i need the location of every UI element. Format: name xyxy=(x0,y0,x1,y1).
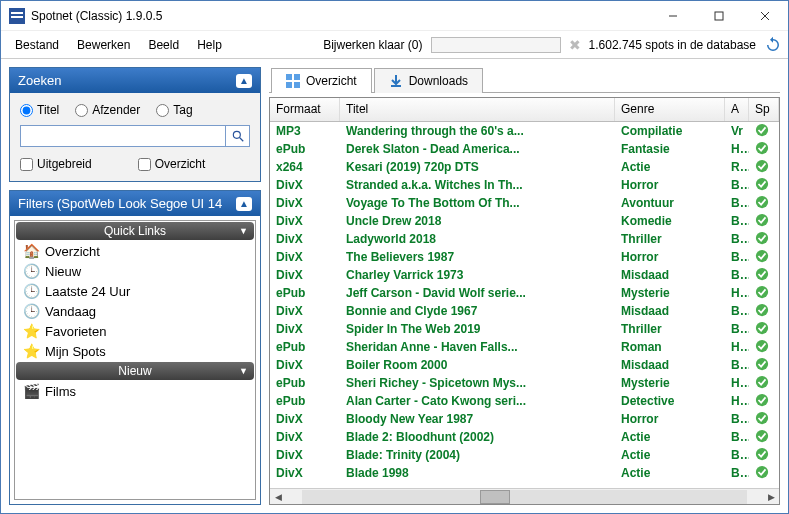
table-row[interactable]: DivXBlade 1998ActieBo xyxy=(270,464,779,482)
table-row[interactable]: DivXSpider In The Web 2019ThrillerBo xyxy=(270,320,779,338)
scroll-right-icon[interactable]: ▶ xyxy=(763,492,779,502)
cancel-icon[interactable]: ✖ xyxy=(569,37,581,53)
cell-format: DivX xyxy=(270,213,340,229)
cell-genre: Fantasie xyxy=(615,141,725,157)
table-row[interactable]: x264Kesari (2019) 720p DTSActieRo xyxy=(270,158,779,176)
close-button[interactable] xyxy=(742,1,788,31)
col-header-a[interactable]: A xyxy=(725,98,749,121)
cell-a: Bo xyxy=(725,303,749,319)
table-row[interactable]: DivXThe Believers 1987HorrorBo xyxy=(270,248,779,266)
table-row[interactable]: ePubSheridan Anne - Haven Falls...RomanH… xyxy=(270,338,779,356)
cell-a: Bo xyxy=(725,357,749,373)
table-row[interactable]: ePubSheri Richey - Spicetown Mys...Myste… xyxy=(270,374,779,392)
cell-a: Bo xyxy=(725,195,749,211)
radio-tag[interactable]: Tag xyxy=(156,103,192,117)
refresh-icon[interactable] xyxy=(764,36,782,54)
scroll-track[interactable] xyxy=(302,490,747,504)
search-button[interactable] xyxy=(226,125,250,147)
table-row[interactable]: MP3Wandering through the 60's a...Compil… xyxy=(270,122,779,140)
table-row[interactable]: DivXLadyworld 2018ThrillerBo xyxy=(270,230,779,248)
table-row[interactable]: ePubAlan Carter - Cato Kwong seri...Dete… xyxy=(270,392,779,410)
table-row[interactable]: DivXUncle Drew 2018KomedieBo xyxy=(270,212,779,230)
menu-bestand[interactable]: Bestand xyxy=(7,34,67,56)
filter-item[interactable]: ⭐Favorieten xyxy=(15,321,255,341)
section-quicklinks[interactable]: Quick Links▼ xyxy=(16,222,254,240)
tab-downloads[interactable]: Downloads xyxy=(374,68,483,93)
cell-format: DivX xyxy=(270,357,340,373)
horizontal-scrollbar[interactable]: ◀ ▶ xyxy=(270,488,779,504)
filter-item[interactable]: 🎬Films xyxy=(15,381,255,401)
cell-title: Uncle Drew 2018 xyxy=(340,213,615,229)
svg-point-13 xyxy=(756,123,768,135)
cell-sp-check xyxy=(749,302,779,321)
svg-point-31 xyxy=(756,447,768,459)
filter-item[interactable]: ⭐Mijn Spots xyxy=(15,341,255,361)
cell-title: Blade 1998 xyxy=(340,465,615,481)
cell-a: Bo xyxy=(725,411,749,427)
col-header-genre[interactable]: Genre xyxy=(615,98,725,121)
cell-sp-check xyxy=(749,392,779,411)
cell-sp-check xyxy=(749,158,779,177)
window-title: Spotnet (Classic) 1.9.0.5 xyxy=(31,9,650,23)
table-row[interactable]: DivXBlade 2: Bloodhunt (2002)ActieBo xyxy=(270,428,779,446)
table-row[interactable]: DivXVoyage To The Bottom Of Th...Avontuu… xyxy=(270,194,779,212)
cell-genre: Avontuur xyxy=(615,195,725,211)
scroll-left-icon[interactable]: ◀ xyxy=(270,492,286,502)
collapse-icon[interactable]: ▲ xyxy=(236,74,252,88)
cell-title: Spider In The Web 2019 xyxy=(340,321,615,337)
svg-rect-9 xyxy=(286,74,292,80)
filters-panel-header[interactable]: Filters (SpotWeb Look Segoe UI 14 ▲ xyxy=(10,191,260,216)
svg-point-17 xyxy=(756,195,768,207)
tab-overzicht[interactable]: Overzicht xyxy=(271,68,372,93)
maximize-button[interactable] xyxy=(696,1,742,31)
grid-body[interactable]: MP3Wandering through the 60's a...Compil… xyxy=(270,122,779,488)
menu-beeld[interactable]: Beeld xyxy=(140,34,187,56)
radio-titel[interactable]: Titel xyxy=(20,103,59,117)
filter-item[interactable]: 🕒Nieuw xyxy=(15,261,255,281)
table-row[interactable]: DivXBonnie and Clyde 1967MisdaadBo xyxy=(270,302,779,320)
filter-item[interactable]: 🕒Vandaag xyxy=(15,301,255,321)
svg-point-26 xyxy=(756,357,768,369)
filter-item-icon: 🏠 xyxy=(23,243,39,259)
check-overzicht[interactable]: Overzicht xyxy=(138,157,206,171)
cell-format: ePub xyxy=(270,339,340,355)
filter-item-label: Mijn Spots xyxy=(45,344,106,359)
filters-list[interactable]: Quick Links▼🏠Overzicht🕒Nieuw🕒Laatste 24 … xyxy=(14,220,256,500)
search-panel: Zoeken ▲ Titel Afzender Tag Uitgebreid xyxy=(9,67,261,182)
table-row[interactable]: DivXCharley Varrick 1973MisdaadBo xyxy=(270,266,779,284)
cell-title: Jeff Carson - David Wolf serie... xyxy=(340,285,615,301)
table-row[interactable]: DivXStranded a.k.a. Witches In Th...Horr… xyxy=(270,176,779,194)
check-uitgebreid[interactable]: Uitgebreid xyxy=(20,157,92,171)
radio-afzender[interactable]: Afzender xyxy=(75,103,140,117)
menu-bewerken[interactable]: Bewerken xyxy=(69,34,138,56)
cell-format: DivX xyxy=(270,195,340,211)
search-panel-header[interactable]: Zoeken ▲ xyxy=(10,68,260,93)
scroll-thumb[interactable] xyxy=(480,490,510,504)
table-row[interactable]: DivXBloody New Year 1987HorrorBo xyxy=(270,410,779,428)
minimize-button[interactable] xyxy=(650,1,696,31)
cell-format: DivX xyxy=(270,249,340,265)
cell-genre: Misdaad xyxy=(615,303,725,319)
cell-a: Ho xyxy=(725,339,749,355)
table-row[interactable]: DivXBoiler Room 2000MisdaadBo xyxy=(270,356,779,374)
section-nieuw[interactable]: Nieuw▼ xyxy=(16,362,254,380)
table-row[interactable]: DivXBlade: Trinity (2004)ActieBo xyxy=(270,446,779,464)
col-header-sp[interactable]: Sp xyxy=(749,98,779,121)
menu-help[interactable]: Help xyxy=(189,34,230,56)
cell-sp-check xyxy=(749,230,779,249)
cell-sp-check xyxy=(749,338,779,357)
filter-item-label: Films xyxy=(45,384,76,399)
search-input[interactable] xyxy=(20,125,226,147)
cell-genre: Actie xyxy=(615,447,725,463)
collapse-icon[interactable]: ▲ xyxy=(236,197,252,211)
filter-item[interactable]: 🕒Laatste 24 Uur xyxy=(15,281,255,301)
filter-item[interactable]: 🏠Overzicht xyxy=(15,241,255,261)
cell-sp-check xyxy=(749,446,779,465)
table-row[interactable]: ePubJeff Carson - David Wolf serie...Mys… xyxy=(270,284,779,302)
col-header-title[interactable]: Titel xyxy=(340,98,615,121)
table-row[interactable]: ePubDerek Slaton - Dead America...Fantas… xyxy=(270,140,779,158)
col-header-format[interactable]: Formaat xyxy=(270,98,340,121)
svg-point-21 xyxy=(756,267,768,279)
cell-sp-check xyxy=(749,194,779,213)
cell-sp-check xyxy=(749,374,779,393)
